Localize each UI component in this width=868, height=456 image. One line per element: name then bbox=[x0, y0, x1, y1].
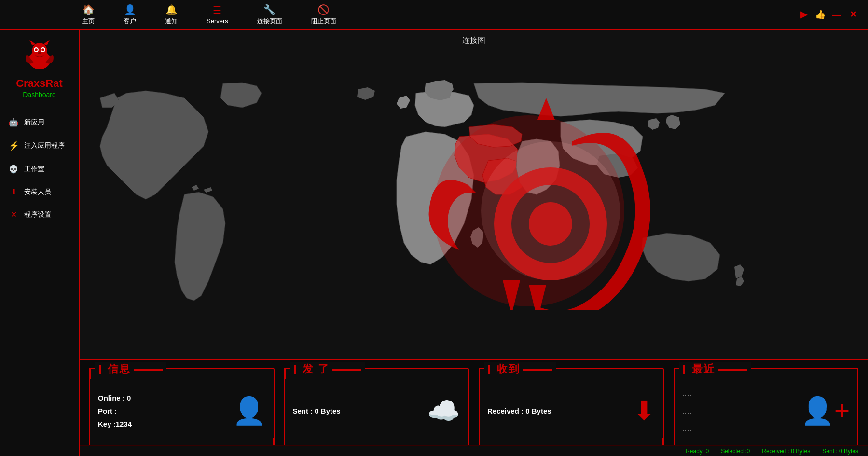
nav-connect-label: 连接页面 bbox=[257, 17, 282, 26]
bell-icon: 🔔 bbox=[165, 4, 178, 15]
recent-card: 最近 .... .... .... 👤+ bbox=[674, 368, 859, 449]
received-card-content: Received : 0 Bytes ⬇ bbox=[487, 373, 655, 443]
app-logo bbox=[23, 40, 56, 73]
nav-block-label: 阻止页面 bbox=[311, 17, 336, 26]
download-icon: ⬇ bbox=[9, 187, 18, 196]
nav-connect[interactable]: 🔧 连接页面 bbox=[257, 4, 282, 26]
home-icon: 🏠 bbox=[83, 4, 95, 15]
sidebar-workspace-label: 工作室 bbox=[24, 165, 44, 174]
servers-icon: ☰ bbox=[213, 4, 221, 16]
close-button[interactable]: ✕ bbox=[848, 9, 858, 20]
sidebar-new-app-label: 新应用 bbox=[24, 118, 44, 127]
sidebar-item-settings[interactable]: ✕ 程序设置 bbox=[0, 205, 79, 224]
status-ready: Ready: 0 bbox=[686, 448, 709, 455]
svg-point-13 bbox=[481, 141, 620, 280]
info-card-content: Online : 0 Port : Key :1234 👤 bbox=[98, 373, 266, 443]
top-navigation: 🏠 主页 👤 客户 🔔 通知 ☰ Servers 🔧 连接页面 🚫 阻止页面 ▶… bbox=[0, 0, 868, 30]
svg-marker-3 bbox=[43, 40, 50, 46]
received-card-title: 收到 bbox=[484, 362, 556, 376]
youtube-button[interactable]: ▶ bbox=[799, 9, 809, 20]
nav-notifications-label: 通知 bbox=[165, 17, 178, 26]
svg-point-6 bbox=[35, 48, 38, 51]
sidebar-item-workspace[interactable]: 💀 工作室 bbox=[0, 160, 79, 179]
nav-servers-label: Servers bbox=[207, 17, 228, 25]
sidebar-settings-label: 程序设置 bbox=[24, 210, 51, 219]
nav-home[interactable]: 🏠 主页 bbox=[82, 4, 95, 26]
main-content: 连接图 bbox=[80, 30, 868, 456]
world-map bbox=[88, 79, 860, 310]
connect-icon: 🔧 bbox=[263, 4, 276, 15]
settings-icon: ✕ bbox=[9, 210, 18, 219]
svg-marker-2 bbox=[29, 40, 36, 46]
info-text: Online : 0 Port : Key :1234 bbox=[98, 391, 132, 430]
sidebar-inject-label: 注入应用程序 bbox=[24, 141, 65, 150]
sidebar-installer-label: 安装人员 bbox=[24, 188, 51, 196]
map-container: 连接图 bbox=[80, 30, 868, 359]
status-bar: Ready: 0 Selected :0 Received : 0 Bytes … bbox=[80, 445, 868, 456]
status-selected: Selected :0 bbox=[721, 448, 750, 455]
sent-card-content: Sent : 0 Bytes ☁️ bbox=[293, 373, 461, 443]
nav-clients-label: 客户 bbox=[124, 17, 136, 26]
nav-home-label: 主页 bbox=[82, 17, 95, 26]
sidebar: CraxsRat Dashboard 🤖 新应用 ⚡ 注入应用程序 💀 工作室 … bbox=[0, 0, 80, 456]
lightning-icon: ⚡ bbox=[9, 140, 18, 151]
upload-icon: ☁️ bbox=[427, 395, 460, 427]
clients-icon: 👤 bbox=[124, 4, 136, 15]
logo-area: CraxsRat Dashboard bbox=[0, 30, 79, 103]
map-title: 连接图 bbox=[462, 36, 485, 46]
nav-block[interactable]: 🚫 阻止页面 bbox=[311, 4, 336, 26]
recent-line-2: .... bbox=[682, 402, 692, 419]
app-subtitle: Dashboard bbox=[23, 91, 56, 98]
svg-point-8 bbox=[38, 52, 41, 54]
received-card: 收到 Received : 0 Bytes ⬇ bbox=[479, 368, 664, 449]
workspace-icon: 💀 bbox=[9, 165, 18, 174]
svg-point-7 bbox=[41, 48, 44, 51]
sidebar-item-new-app[interactable]: 🤖 新应用 bbox=[0, 113, 79, 132]
sent-card: 发 了 Sent : 0 Bytes ☁️ bbox=[284, 368, 469, 449]
sent-text: Sent : 0 Bytes bbox=[293, 404, 341, 417]
block-icon: 🚫 bbox=[317, 4, 330, 15]
info-card: 信息 Online : 0 Port : Key :1234 👤 bbox=[89, 368, 275, 449]
android-icon: 🤖 bbox=[9, 118, 18, 127]
recent-line-1: .... bbox=[682, 385, 692, 402]
stats-bar: 信息 Online : 0 Port : Key :1234 👤 发 了 Sen… bbox=[80, 359, 868, 456]
download-icon: ⬇ bbox=[633, 395, 655, 426]
sent-card-title: 发 了 bbox=[290, 362, 365, 376]
recent-line-3: .... bbox=[682, 419, 692, 437]
nav-servers[interactable]: ☰ Servers bbox=[207, 4, 228, 25]
recent-card-content: .... .... .... 👤+ bbox=[682, 373, 850, 443]
nav-items: 🏠 主页 👤 客户 🔔 通知 ☰ Servers 🔧 连接页面 🚫 阻止页面 bbox=[82, 4, 336, 26]
sidebar-item-installer[interactable]: ⬇ 安装人员 bbox=[0, 182, 79, 201]
app-name: CraxsRat bbox=[16, 77, 63, 90]
nav-clients[interactable]: 👤 客户 bbox=[124, 4, 136, 26]
info-card-title: 信息 bbox=[95, 362, 166, 376]
online-status: Online : 0 bbox=[98, 391, 132, 404]
minimize-button[interactable]: — bbox=[831, 9, 842, 20]
map-svg-wrapper bbox=[80, 30, 868, 359]
like-button[interactable]: 👍 bbox=[815, 9, 826, 20]
sidebar-item-inject-app[interactable]: ⚡ 注入应用程序 bbox=[0, 136, 79, 156]
recent-card-title: 最近 bbox=[679, 362, 751, 376]
add-user-icon: 👤+ bbox=[801, 395, 850, 427]
sidebar-menu: 🤖 新应用 ⚡ 注入应用程序 💀 工作室 ⬇ 安装人员 ✕ 程序设置 bbox=[0, 113, 79, 224]
status-received: Received : 0 Bytes bbox=[762, 448, 810, 455]
port-info: Port : bbox=[98, 404, 132, 417]
received-text: Received : 0 Bytes bbox=[487, 404, 551, 417]
window-controls: ▶ 👍 — ✕ bbox=[799, 9, 858, 20]
recent-text: .... .... .... bbox=[682, 385, 692, 437]
key-info: Key :1234 bbox=[98, 417, 132, 430]
user-icon: 👤 bbox=[233, 395, 266, 427]
status-sent: Sent : 0 Bytes bbox=[822, 448, 858, 455]
nav-notifications[interactable]: 🔔 通知 bbox=[165, 4, 178, 26]
